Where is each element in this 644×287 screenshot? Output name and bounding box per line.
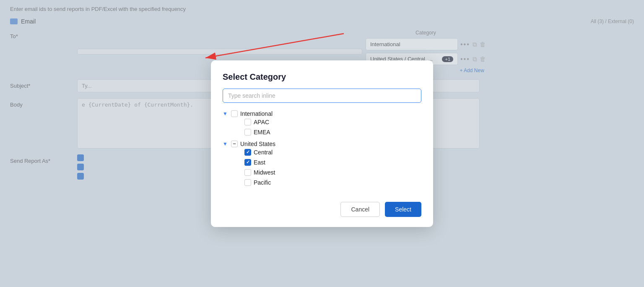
tree-item-emea: EMEA xyxy=(236,127,421,137)
select-category-modal: Select Category ▼ International APAC xyxy=(211,60,433,227)
tree-row-east[interactable]: East xyxy=(236,159,421,166)
tree-item-apac: APAC xyxy=(236,117,421,127)
modal-title: Select Category xyxy=(223,72,421,82)
checkbox-apac[interactable] xyxy=(244,119,251,125)
tree-item-central: Central xyxy=(236,147,421,157)
checkbox-international[interactable] xyxy=(231,110,238,117)
tree-row-apac[interactable]: APAC xyxy=(236,119,421,125)
tree-row-midwest[interactable]: Midwest xyxy=(236,169,421,176)
tree-item-east: East xyxy=(236,157,421,167)
label-emea: EMEA xyxy=(254,129,270,136)
select-button[interactable]: Select xyxy=(385,202,421,217)
checkbox-pacific[interactable] xyxy=(244,179,251,186)
label-pacific: Pacific xyxy=(254,179,271,186)
modal-overlay: Select Category ▼ International APAC xyxy=(0,0,644,287)
label-midwest: Midwest xyxy=(254,169,275,176)
cancel-button[interactable]: Cancel xyxy=(340,202,380,217)
checkbox-central[interactable] xyxy=(244,149,251,156)
tree-row-pacific[interactable]: Pacific xyxy=(236,179,421,186)
checkbox-us[interactable] xyxy=(231,141,238,147)
children-international: APAC EMEA xyxy=(223,117,421,137)
label-east: East xyxy=(254,159,265,166)
tree-item-us: ▼ United States Central xyxy=(223,139,421,189)
checkbox-emea[interactable] xyxy=(244,129,251,136)
label-international: International xyxy=(240,110,273,117)
checkbox-east[interactable] xyxy=(244,159,251,166)
tree-item-pacific: Pacific xyxy=(236,177,421,188)
chevron-us[interactable]: ▼ xyxy=(223,141,229,147)
tree-row-international[interactable]: ▼ International xyxy=(223,110,421,117)
label-central: Central xyxy=(254,149,273,156)
tree-item-international: ▼ International APAC xyxy=(223,109,421,139)
checkbox-midwest[interactable] xyxy=(244,169,251,176)
tree-row-us[interactable]: ▼ United States xyxy=(223,141,421,147)
children-us: Central East Mid xyxy=(223,147,421,188)
chevron-international[interactable]: ▼ xyxy=(223,111,229,117)
label-us: United States xyxy=(240,141,275,147)
modal-footer: Cancel Select xyxy=(223,202,421,217)
category-tree: ▼ International APAC xyxy=(223,109,421,189)
tree-row-emea[interactable]: EMEA xyxy=(236,129,421,136)
tree-item-midwest: Midwest xyxy=(236,167,421,177)
tree-row-central[interactable]: Central xyxy=(236,149,421,156)
search-input[interactable] xyxy=(223,89,421,103)
label-apac: APAC xyxy=(254,119,269,125)
